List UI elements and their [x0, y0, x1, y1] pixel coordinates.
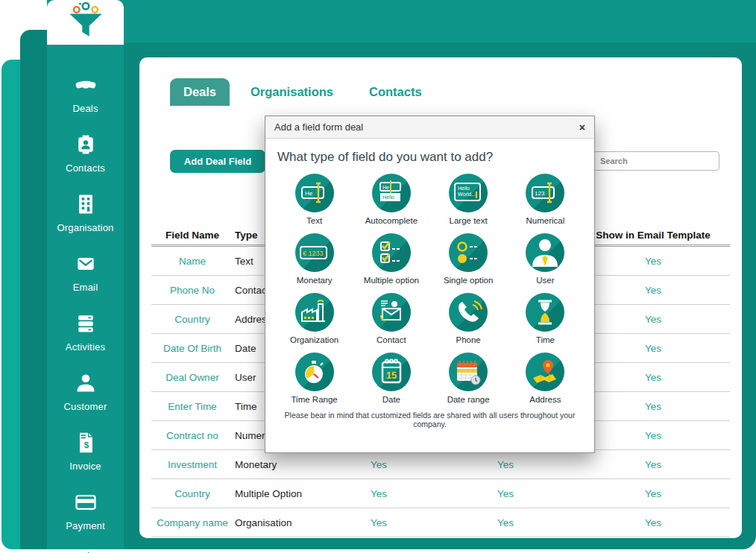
- large-text-icon: Hello World....: [449, 174, 488, 212]
- table-row: Investment Monetary Yes Yes Yes: [151, 450, 730, 479]
- report-icon: [74, 550, 98, 553]
- yes-cell: Yes: [576, 488, 730, 499]
- app-logo[interactable]: [47, 0, 124, 45]
- field-name-link[interactable]: Investment: [151, 459, 233, 470]
- yes-cell: Yes: [323, 517, 435, 528]
- field-type-tile-date-range[interactable]: Date range: [431, 353, 505, 404]
- field-type-tile-large-text[interactable]: Hello World.... Large text: [431, 174, 505, 225]
- monetary-icon: € 1233: [295, 233, 334, 272]
- tile-label: Phone: [456, 335, 480, 344]
- field-type-cell: Organisation: [233, 517, 323, 528]
- single-option-icon: [449, 233, 488, 272]
- sidebar-item-invoice[interactable]: $ Invoice: [47, 431, 124, 472]
- tile-label: Large text: [450, 216, 488, 225]
- close-icon[interactable]: ×: [579, 122, 585, 133]
- sidebar-item-label: Deals: [72, 103, 98, 114]
- background-strip-bright: [1, 60, 20, 549]
- tile-label: Contact: [377, 335, 406, 344]
- svg-text:He: He: [305, 190, 313, 197]
- field-name-link[interactable]: Date Of Birth: [151, 343, 233, 354]
- envelope-icon: [74, 252, 98, 279]
- svg-text:World....: World....: [458, 192, 477, 197]
- address-icon: [526, 353, 564, 391]
- field-type-tile-numerical[interactable]: 123 Numerical: [508, 174, 582, 225]
- tab-organisations[interactable]: Organisations: [236, 78, 348, 106]
- phone-icon: [449, 293, 488, 332]
- sidebar-item-activities[interactable]: Activities: [47, 312, 124, 353]
- tile-label: Text: [306, 216, 322, 225]
- add-deal-field-button[interactable]: Add Deal Field: [170, 150, 265, 173]
- person-icon: [74, 371, 98, 398]
- sidebar-item-label: Contacts: [66, 162, 105, 174]
- svg-text:15: 15: [386, 370, 397, 381]
- funnel-logo-icon: [61, 1, 110, 44]
- field-type-grid: He Text He Hello Autocomplete Hello Worl…: [265, 168, 594, 404]
- dialog-note: Please bear in mind that customized fiel…: [265, 411, 594, 429]
- contact-card-icon: [74, 133, 98, 159]
- search-input[interactable]: [593, 151, 719, 171]
- sidebar: Deals Contacts Organisation Email: [47, 0, 124, 549]
- sidebar-item-label: Organisation: [57, 222, 113, 233]
- sidebar-item-email[interactable]: Email: [47, 252, 124, 293]
- tile-label: Single option: [444, 276, 494, 285]
- col-header-field-name: Field Name: [151, 230, 233, 241]
- field-name-link[interactable]: Enter Time: [151, 401, 233, 412]
- user-icon: [526, 233, 564, 272]
- field-name-link[interactable]: Phone No: [151, 285, 233, 296]
- tile-label: Time Range: [292, 395, 338, 404]
- organization-icon: [295, 293, 334, 332]
- contact-icon: [372, 293, 411, 332]
- tile-label: Date: [382, 395, 400, 404]
- sidebar-item-payment[interactable]: Payment: [47, 490, 124, 531]
- top-bar: [124, 0, 756, 42]
- field-type-tile-monetary[interactable]: € 1233 Monetary: [277, 233, 352, 285]
- sidebar-item-label: Customer: [64, 401, 107, 412]
- tab-contacts[interactable]: Contacts: [354, 78, 437, 106]
- field-type-tile-time-range[interactable]: Time Range: [277, 353, 352, 404]
- field-type-tile-time[interactable]: Time: [508, 293, 582, 344]
- field-type-tile-single-option[interactable]: Single option: [431, 233, 505, 285]
- yes-cell: Yes: [435, 459, 576, 470]
- field-type-tile-organization[interactable]: Organization: [277, 293, 352, 344]
- field-type-tile-phone[interactable]: Phone: [431, 293, 505, 344]
- field-name-link[interactable]: Country: [151, 488, 233, 499]
- yes-cell: Yes: [576, 314, 730, 325]
- handshake-icon: [74, 73, 98, 100]
- tab-deals[interactable]: Deals: [170, 78, 230, 106]
- sidebar-item-contacts[interactable]: Contacts: [47, 133, 124, 174]
- field-type-cell: Multiple Option: [233, 488, 323, 499]
- invoice-icon: $: [74, 431, 98, 458]
- date-range-icon: [449, 353, 488, 391]
- yes-cell: Yes: [576, 459, 730, 470]
- field-name-link[interactable]: Deal Owner: [151, 372, 233, 383]
- field-name-link[interactable]: Name: [151, 256, 233, 267]
- field-type-tile-text[interactable]: He Text: [277, 174, 352, 225]
- tile-label: Address: [529, 395, 561, 404]
- sidebar-item-label: Email: [73, 282, 98, 293]
- field-type-tile-address[interactable]: Address: [508, 353, 582, 404]
- sidebar-item-deals[interactable]: Deals: [47, 73, 124, 114]
- credit-card-icon: [74, 490, 98, 517]
- tab-bar: Deals Organisations Contacts: [170, 78, 437, 106]
- dialog-header: Add a field form deal ×: [265, 116, 594, 139]
- col-header-email-template: Show in Email Template: [576, 230, 730, 241]
- field-type-tile-date[interactable]: 15 Date: [354, 353, 429, 404]
- svg-text:He: He: [382, 185, 389, 190]
- svg-text:Hello: Hello: [458, 186, 470, 191]
- numerical-icon: 123: [526, 174, 564, 212]
- field-type-tile-autocomplete[interactable]: He Hello Autocomplete: [354, 174, 429, 225]
- field-type-tile-user[interactable]: User: [508, 233, 582, 285]
- dialog-heading: What type of field do you want to add?: [277, 150, 582, 165]
- time-icon: [526, 293, 564, 332]
- sidebar-item-reports[interactable]: Reports: [47, 550, 124, 553]
- field-name-link[interactable]: Country: [151, 314, 233, 325]
- field-name-link[interactable]: Company name: [151, 517, 233, 528]
- field-type-tile-contact[interactable]: Contact: [354, 293, 429, 344]
- tile-label: User: [536, 276, 554, 285]
- sidebar-item-customer[interactable]: Customer: [47, 371, 124, 412]
- sidebar-item-organisation[interactable]: Organisation: [47, 192, 124, 233]
- yes-cell: Yes: [323, 459, 435, 470]
- field-name-link[interactable]: Contract no: [151, 430, 233, 441]
- yes-cell: Yes: [435, 488, 576, 499]
- field-type-tile-multiple-option[interactable]: Multiple option: [354, 233, 429, 285]
